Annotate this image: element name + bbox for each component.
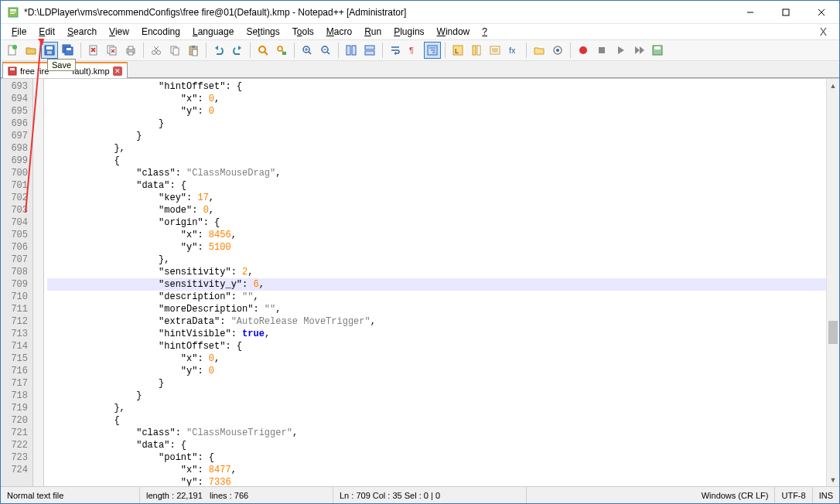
find-button[interactable] (254, 42, 271, 59)
line-number-gutter: 6936946956966976986997007017027037047057… (1, 79, 33, 486)
minimize-button[interactable] (732, 1, 768, 24)
svg-line-41 (309, 52, 311, 54)
svg-rect-24 (128, 46, 133, 49)
menu-settings[interactable]: Settings (240, 25, 285, 39)
svg-rect-2 (10, 12, 16, 12)
stop-macro-button[interactable] (593, 42, 610, 59)
func-list-button[interactable]: fx (505, 42, 522, 59)
doc-map-button[interactable] (468, 42, 485, 59)
svg-rect-1 (10, 9, 16, 11)
maximize-button[interactable] (768, 1, 804, 24)
cut-button[interactable] (148, 42, 165, 59)
wordwrap-button[interactable] (387, 42, 404, 59)
folder-workspace-button[interactable] (531, 42, 548, 59)
svg-rect-71 (654, 46, 661, 49)
svg-rect-59 (473, 46, 476, 55)
scroll-track[interactable] (827, 92, 839, 473)
svg-point-9 (12, 45, 17, 49)
menu-window[interactable]: Window (431, 25, 476, 39)
menu-bar: File Edit Search View Encoding Language … (1, 24, 839, 39)
svg-rect-33 (192, 46, 195, 48)
new-file-button[interactable] (4, 42, 21, 59)
tab-close-button[interactable]: ✕ (113, 66, 122, 76)
menu-tools[interactable]: Tools (286, 25, 320, 39)
close-all-button[interactable] (104, 42, 121, 59)
toolbar-sep (382, 43, 383, 58)
doc-list-button[interactable] (487, 42, 504, 59)
svg-rect-12 (47, 51, 52, 54)
file-modified-icon (8, 66, 17, 76)
svg-rect-34 (193, 49, 197, 56)
menu-run[interactable]: Run (358, 25, 388, 39)
svg-point-67 (556, 49, 559, 52)
svg-rect-15 (67, 48, 71, 50)
svg-text:fx: fx (509, 46, 516, 55)
svg-rect-25 (128, 52, 133, 55)
paste-button[interactable] (185, 42, 202, 59)
save-button[interactable] (41, 42, 58, 59)
menu-view[interactable]: View (103, 25, 135, 39)
menu-macro[interactable]: Macro (320, 25, 358, 39)
menu-help[interactable]: ? (476, 25, 493, 39)
svg-rect-47 (347, 46, 350, 55)
svg-point-35 (259, 46, 265, 53)
status-bar: Normal text file length : 22,191 lines :… (1, 486, 839, 503)
print-button[interactable] (122, 42, 139, 59)
menu-close-x[interactable]: X (812, 26, 835, 38)
status-eol: Windows (CR LF) (695, 487, 776, 503)
svg-text:L: L (455, 47, 459, 55)
undo-button[interactable] (210, 42, 227, 59)
monitor-button[interactable] (549, 42, 566, 59)
sync-v-button[interactable] (343, 42, 360, 59)
status-encoding: UTF-8 (775, 487, 812, 503)
svg-rect-5 (783, 9, 789, 15)
record-macro-button[interactable] (575, 42, 592, 59)
vertical-scrollbar[interactable]: ▲ ▼ (826, 79, 839, 486)
zoom-out-button[interactable] (317, 42, 334, 59)
menu-file[interactable]: File (5, 25, 32, 39)
sync-h-button[interactable] (361, 42, 378, 59)
svg-rect-60 (477, 46, 480, 55)
toolbar-sep (338, 43, 339, 58)
window-title: *D:\LDPlayer\vms\recommendConfigs\free f… (24, 7, 732, 18)
toolbar-sep (570, 43, 571, 58)
tab-label-left: free fire (20, 66, 49, 76)
toolbar-sep (80, 43, 81, 58)
show-all-chars-button[interactable]: ¶ (405, 42, 422, 59)
replace-button[interactable] (273, 42, 290, 59)
title-bar: *D:\LDPlayer\vms\recommendConfigs\free f… (1, 1, 839, 24)
svg-rect-39 (282, 52, 286, 55)
menu-encoding[interactable]: Encoding (135, 25, 186, 39)
svg-point-27 (157, 51, 161, 55)
scroll-down-arrow[interactable]: ▼ (827, 473, 839, 486)
play-macro-button[interactable] (612, 42, 629, 59)
toolbar: ¶ L fx Save (1, 39, 839, 61)
close-button[interactable] (804, 1, 839, 24)
redo-button[interactable] (229, 42, 246, 59)
menu-search[interactable]: Search (61, 25, 103, 39)
toolbar-sep (250, 43, 251, 58)
code-area[interactable]: "hintOffset": { "x": 0, "y": 0 } } }, { … (44, 79, 826, 486)
copy-button[interactable] (166, 42, 183, 59)
menu-plugins[interactable]: Plugins (388, 25, 430, 39)
ud-lang-button[interactable]: L (449, 42, 466, 59)
play-multi-button[interactable] (630, 42, 647, 59)
status-mode: INS (813, 487, 839, 503)
zoom-in-button[interactable] (299, 42, 316, 59)
app-icon (7, 6, 19, 19)
svg-rect-11 (46, 46, 53, 49)
save-all-button[interactable] (60, 42, 77, 59)
open-file-button[interactable] (22, 42, 39, 59)
menu-edit[interactable]: Edit (32, 25, 61, 39)
indent-guide-button[interactable] (424, 42, 441, 59)
scroll-thumb[interactable] (828, 321, 838, 344)
svg-point-68 (579, 46, 587, 54)
svg-rect-48 (352, 46, 356, 55)
toolbar-sep (445, 43, 446, 58)
editor: 6936946956966976986997007017027037047057… (1, 78, 839, 486)
close-file-button[interactable] (85, 42, 102, 59)
menu-language[interactable]: Language (186, 25, 240, 39)
window-controls (732, 1, 839, 24)
scroll-up-arrow[interactable]: ▲ (827, 79, 839, 92)
save-macro-button[interactable] (649, 42, 666, 59)
